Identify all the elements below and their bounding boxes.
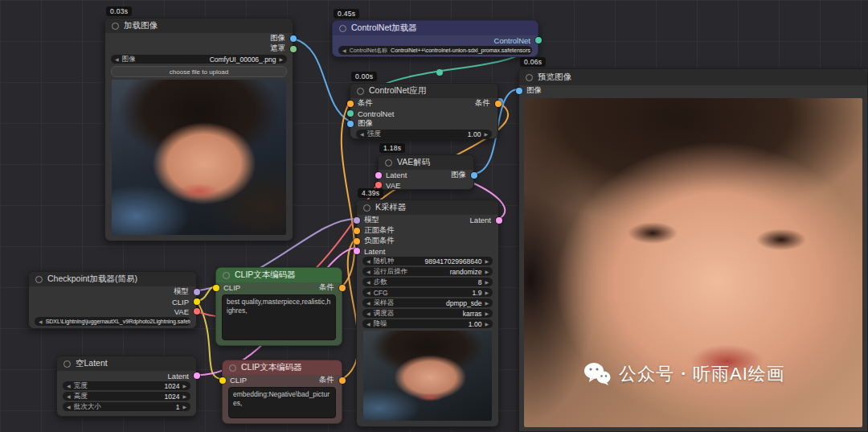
cfg-widget[interactable]: CFG 1.9 — [362, 288, 493, 297]
latent-input-port[interactable] — [354, 248, 360, 254]
node-header[interactable]: 预览图像 — [519, 69, 867, 85]
decrement-arrow-icon[interactable] — [67, 384, 71, 389]
collapse-icon[interactable] — [35, 276, 43, 283]
model-input-port[interactable] — [354, 217, 360, 224]
collapse-icon[interactable] — [63, 360, 71, 368]
conditioning-output-port[interactable] — [495, 101, 502, 107]
sampler-widget[interactable]: 采样器 dpmpp_sde — [362, 298, 493, 307]
increment-arrow-icon[interactable] — [182, 384, 186, 389]
port-row: ControlNet — [350, 109, 497, 118]
collapse-icon[interactable] — [229, 364, 236, 372]
control-after-generate-widget[interactable]: 运行后操作 randomize — [362, 267, 493, 276]
increment-arrow-icon[interactable] — [279, 57, 283, 62]
conditioning-input-port[interactable] — [347, 101, 354, 107]
node-header[interactable]: ControlNet加载器 — [333, 21, 538, 35]
node-clip-text-encode-negative[interactable]: CLIP文本编码器 CLIP 条件 embedding:Negative\bad… — [222, 360, 342, 424]
node-clip-text-encode-positive[interactable]: CLIP文本编码器 CLIP 条件 best quality,masterpie… — [215, 267, 342, 346]
positive-cond-input-port[interactable] — [354, 228, 360, 234]
increment-arrow-icon[interactable] — [485, 280, 489, 285]
collapse-icon[interactable] — [339, 25, 346, 32]
node-header[interactable]: CLIP文本编码器 — [223, 360, 342, 375]
decrement-arrow-icon[interactable] — [67, 405, 71, 409]
collapse-icon[interactable] — [357, 88, 364, 95]
decrement-arrow-icon[interactable] — [366, 290, 371, 295]
scheduler-widget[interactable]: 调度器 karras — [362, 309, 493, 318]
node-header[interactable]: 空Latent — [57, 356, 196, 371]
collapse-icon[interactable] — [526, 74, 533, 81]
increment-arrow-icon[interactable] — [182, 394, 186, 399]
node-header[interactable]: Checkpoint加载器(简易) — [29, 272, 196, 286]
latent-output-port[interactable] — [194, 372, 200, 379]
decrement-arrow-icon[interactable] — [366, 259, 371, 264]
decrement-arrow-icon[interactable] — [39, 319, 43, 324]
steps-widget[interactable]: 步数 8 — [362, 278, 493, 286]
controlnet-name-combo-widget[interactable]: ControlNet名称 ControlNet++\controlnet-uni… — [338, 46, 532, 55]
conditioning-output-port[interactable] — [339, 377, 346, 384]
node-vae-decode[interactable]: 1.18s VAE解码 Latent 图像 VAE — [378, 154, 474, 190]
denoise-widget[interactable]: 降噪 1.00 — [362, 319, 493, 328]
decrement-arrow-icon[interactable] — [366, 301, 371, 306]
positive-prompt-textarea[interactable]: best quality,masterpiece,realistic,highr… — [222, 294, 336, 340]
latent-output-port[interactable] — [496, 217, 502, 224]
image-combo-widget[interactable]: 图像 ComfyUI_00006_.png — [111, 55, 287, 64]
image-output-port[interactable] — [471, 172, 477, 179]
conditioning-output-port[interactable] — [339, 285, 346, 291]
vae-input-port[interactable] — [375, 182, 382, 188]
collapse-icon[interactable] — [363, 204, 371, 212]
image-output-port[interactable] — [290, 35, 297, 42]
node-header[interactable]: 加载图像 — [105, 19, 293, 33]
node-checkpoint-loader[interactable]: Checkpoint加载器(简易) 模型 CLIP VAE SDXL\Light… — [28, 271, 197, 329]
controlnet-input-port[interactable] — [347, 110, 354, 117]
clip-input-port[interactable] — [219, 377, 226, 384]
increment-arrow-icon[interactable] — [485, 301, 489, 306]
node-empty-latent[interactable]: 空Latent Latent 宽度 1024 高度 1024 批次大小 1 — [56, 356, 197, 417]
width-widget[interactable]: 宽度 1024 — [63, 381, 190, 390]
strength-widget[interactable]: 强度 1.00 — [356, 130, 492, 138]
node-controlnet-loader[interactable]: 0.45s ControlNet加载器 ControlNet ControlNe… — [332, 20, 538, 57]
increment-arrow-icon[interactable] — [485, 259, 489, 264]
node-ksampler[interactable]: 4.39s K采样器 模型 Latent 正面条件 负面条件 Latent 随机… — [356, 200, 499, 427]
clip-output-port[interactable] — [194, 298, 200, 305]
mask-output-port[interactable] — [290, 46, 297, 52]
reroute-dot-controlnet[interactable] — [436, 69, 443, 76]
execution-time-badge: 1.18s — [379, 143, 405, 153]
latent-input-port[interactable] — [375, 172, 382, 179]
upload-button[interactable]: choose file to upload — [111, 66, 287, 77]
negative-prompt-textarea[interactable]: embedding:Negative\bad_pictures, — [228, 387, 336, 418]
increment-arrow-icon[interactable] — [485, 290, 489, 295]
decrement-arrow-icon[interactable] — [360, 132, 364, 137]
decrement-arrow-icon[interactable] — [366, 311, 371, 316]
collapse-icon[interactable] — [223, 272, 230, 279]
node-header[interactable]: K采样器 — [357, 200, 498, 215]
model-output-port[interactable] — [194, 289, 200, 295]
node-load-image[interactable]: 0.03s 加载图像 图像 遮罩 图像 ComfyUI_00006_.png c… — [104, 18, 293, 241]
decrement-arrow-icon[interactable] — [366, 269, 371, 274]
decrement-arrow-icon[interactable] — [366, 280, 371, 285]
node-apply-controlnet[interactable]: 0.00s ControlNet应用 条件 条件 ControlNet 图像 强… — [350, 83, 498, 139]
node-header[interactable]: CLIP文本编码器 — [216, 268, 342, 282]
comfyui-graph-canvas[interactable]: 0.03s 加载图像 图像 遮罩 图像 ComfyUI_00006_.png c… — [0, 0, 868, 432]
height-widget[interactable]: 高度 1024 — [63, 392, 190, 401]
increment-arrow-icon[interactable] — [485, 311, 489, 316]
increment-arrow-icon[interactable] — [485, 322, 489, 327]
decrement-arrow-icon[interactable] — [366, 322, 371, 327]
batch-size-widget[interactable]: 批次大小 1 — [63, 402, 190, 411]
image-input-port[interactable] — [516, 88, 522, 94]
decrement-arrow-icon[interactable] — [342, 48, 346, 53]
controlnet-output-port[interactable] — [535, 37, 542, 43]
vae-output-port[interactable] — [194, 308, 200, 315]
node-header[interactable]: VAE解码 — [379, 155, 473, 170]
ckpt-name-combo-widget[interactable]: SDXL\Lightning\juggernautXL_v9Rdphoto2Li… — [35, 317, 190, 326]
negative-cond-input-port[interactable] — [354, 238, 360, 245]
decrement-arrow-icon[interactable] — [67, 394, 71, 399]
collapse-icon[interactable] — [112, 23, 119, 30]
increment-arrow-icon[interactable] — [485, 269, 489, 274]
seed-widget[interactable]: 随机种 989417029968640 — [362, 257, 493, 265]
clip-input-port[interactable] — [213, 285, 219, 291]
collapse-icon[interactable] — [385, 159, 392, 167]
increment-arrow-icon[interactable] — [182, 405, 186, 409]
increment-arrow-icon[interactable] — [484, 132, 488, 137]
decrement-arrow-icon[interactable] — [115, 57, 119, 62]
image-input-port[interactable] — [347, 121, 354, 127]
node-header[interactable]: ControlNet应用 — [350, 84, 497, 98]
